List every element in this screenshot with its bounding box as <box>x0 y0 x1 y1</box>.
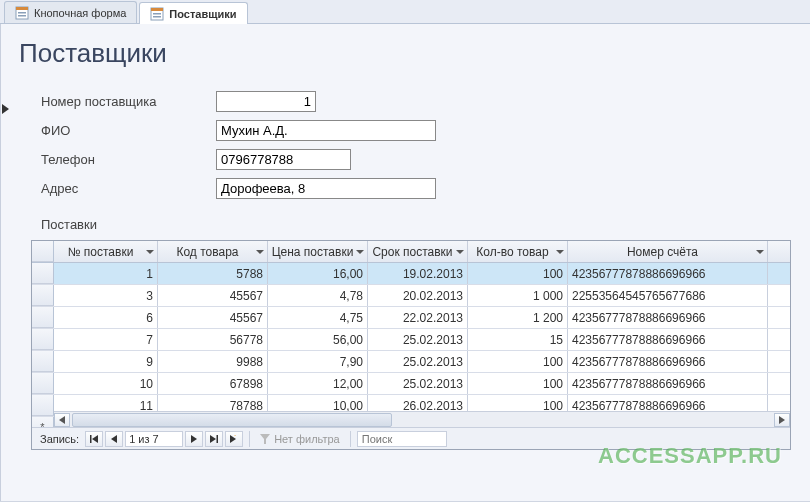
row-selector[interactable] <box>32 307 54 328</box>
svg-marker-8 <box>59 416 65 424</box>
sort-arrow-icon <box>356 250 364 254</box>
tab-button-form[interactable]: Кнопочная форма <box>4 1 137 23</box>
cell-qty[interactable]: 15 <box>468 329 568 350</box>
label-fio: ФИО <box>41 123 216 138</box>
nav-first-button[interactable] <box>85 431 103 447</box>
form-icon <box>150 7 164 21</box>
filter-icon <box>260 434 270 444</box>
col-header-date[interactable]: Срок поставки <box>368 241 468 262</box>
tab-label: Кнопочная форма <box>34 7 126 19</box>
col-header-qty[interactable]: Кол-во товар <box>468 241 568 262</box>
cell-date[interactable]: 25.02.2013 <box>368 329 468 350</box>
sort-arrow-icon <box>146 250 154 254</box>
input-supplier-no[interactable] <box>216 91 316 112</box>
cell-delivery-no[interactable]: 3 <box>54 285 158 306</box>
cell-price[interactable]: 16,00 <box>268 263 368 284</box>
cell-product-code[interactable]: 5788 <box>158 263 268 284</box>
tab-label: Поставщики <box>169 8 236 20</box>
cell-qty[interactable]: 100 <box>468 373 568 394</box>
cell-account[interactable]: 42356777878886696966 <box>568 373 768 394</box>
cell-price[interactable]: 56,00 <box>268 329 368 350</box>
cell-product-code[interactable]: 45567 <box>158 307 268 328</box>
col-header-price[interactable]: Цена поставки <box>268 241 368 262</box>
filter-status[interactable]: Нет фильтра <box>256 433 344 445</box>
cell-product-code[interactable]: 67898 <box>158 373 268 394</box>
sort-arrow-icon <box>256 250 264 254</box>
cell-account[interactable]: 42356777878886696966 <box>568 307 768 328</box>
record-selector-bar[interactable] <box>0 24 1 501</box>
input-fio[interactable] <box>216 120 436 141</box>
row-selector[interactable] <box>32 285 54 306</box>
svg-marker-12 <box>111 435 117 443</box>
cell-qty[interactable]: 100 <box>468 351 568 372</box>
cell-delivery-no[interactable]: 1 <box>54 263 158 284</box>
cell-price[interactable]: 12,00 <box>268 373 368 394</box>
horizontal-scrollbar[interactable] <box>54 411 790 427</box>
row-selector[interactable] <box>32 329 54 350</box>
table-row[interactable]: 1578816,0019.02.201310042356777878886696… <box>32 263 790 285</box>
table-row[interactable]: 75677856,0025.02.20131542356777878886696… <box>32 329 790 351</box>
svg-rect-1 <box>16 7 28 10</box>
col-header-account[interactable]: Номер счёта <box>568 241 768 262</box>
row-selector[interactable] <box>32 351 54 372</box>
label-supplier-no: Номер поставщика <box>41 94 216 109</box>
current-record-marker-icon <box>2 104 9 114</box>
cell-price[interactable]: 7,90 <box>268 351 368 372</box>
col-header-delivery-no[interactable]: № поставки <box>54 241 158 262</box>
row-selector[interactable] <box>32 263 54 284</box>
nav-last-button[interactable] <box>205 431 223 447</box>
nav-new-button[interactable]: * <box>225 431 243 447</box>
cell-product-code[interactable]: 9988 <box>158 351 268 372</box>
cell-qty[interactable]: 1 000 <box>468 285 568 306</box>
cell-qty[interactable]: 1 200 <box>468 307 568 328</box>
svg-marker-11 <box>92 435 98 443</box>
cell-product-code[interactable]: 45567 <box>158 285 268 306</box>
search-input[interactable] <box>357 431 447 447</box>
svg-marker-13 <box>191 435 197 443</box>
cell-date[interactable]: 22.02.2013 <box>368 307 468 328</box>
cell-account[interactable]: 42356777878886696966 <box>568 329 768 350</box>
nav-prev-button[interactable] <box>105 431 123 447</box>
cell-date[interactable]: 25.02.2013 <box>368 351 468 372</box>
cell-account[interactable]: 42356777878886696966 <box>568 351 768 372</box>
table-row[interactable]: 106789812,0025.02.2013100423567778788866… <box>32 373 790 395</box>
cell-delivery-no[interactable]: 6 <box>54 307 158 328</box>
scroll-left-button[interactable] <box>54 413 70 427</box>
table-row[interactable]: 3455674,7820.02.20131 000225535645457656… <box>32 285 790 307</box>
nav-next-button[interactable] <box>185 431 203 447</box>
input-address[interactable] <box>216 178 436 199</box>
svg-text:*: * <box>234 435 237 439</box>
grid-header-row: № поставки Код товара Цена поставки Срок… <box>32 241 790 263</box>
cell-price[interactable]: 4,75 <box>268 307 368 328</box>
scroll-thumb[interactable] <box>72 413 392 427</box>
select-all-rows[interactable] <box>32 241 54 262</box>
subform-title: Поставки <box>1 203 810 236</box>
input-phone[interactable] <box>216 149 351 170</box>
tab-suppliers[interactable]: Поставщики <box>139 2 247 24</box>
cell-product-code[interactable]: 56778 <box>158 329 268 350</box>
row-selector[interactable] <box>32 373 54 394</box>
record-position[interactable]: 1 из 7 <box>125 431 183 447</box>
cell-date[interactable]: 20.02.2013 <box>368 285 468 306</box>
scroll-right-button[interactable] <box>774 413 790 427</box>
label-phone: Телефон <box>41 152 216 167</box>
cell-date[interactable]: 19.02.2013 <box>368 263 468 284</box>
form-icon <box>15 6 29 20</box>
cell-delivery-no[interactable]: 7 <box>54 329 158 350</box>
row-selector[interactable] <box>32 395 54 416</box>
cell-date[interactable]: 25.02.2013 <box>368 373 468 394</box>
cell-account[interactable]: 22553564545765677686 <box>568 285 768 306</box>
svg-marker-18 <box>260 434 270 444</box>
table-row[interactable]: 999887,9025.02.2013100423567778788866969… <box>32 351 790 373</box>
table-row[interactable]: 6455674,7522.02.20131 200423567778788866… <box>32 307 790 329</box>
divider <box>350 431 351 447</box>
svg-rect-3 <box>18 15 26 17</box>
cell-account[interactable]: 42356777878886696966 <box>568 263 768 284</box>
svg-rect-7 <box>153 16 161 18</box>
cell-qty[interactable]: 100 <box>468 263 568 284</box>
col-header-product-code[interactable]: Код товара <box>158 241 268 262</box>
cell-delivery-no[interactable]: 9 <box>54 351 158 372</box>
cell-delivery-no[interactable]: 10 <box>54 373 158 394</box>
cell-price[interactable]: 4,78 <box>268 285 368 306</box>
tab-bar: Кнопочная форма Поставщики <box>0 0 810 24</box>
